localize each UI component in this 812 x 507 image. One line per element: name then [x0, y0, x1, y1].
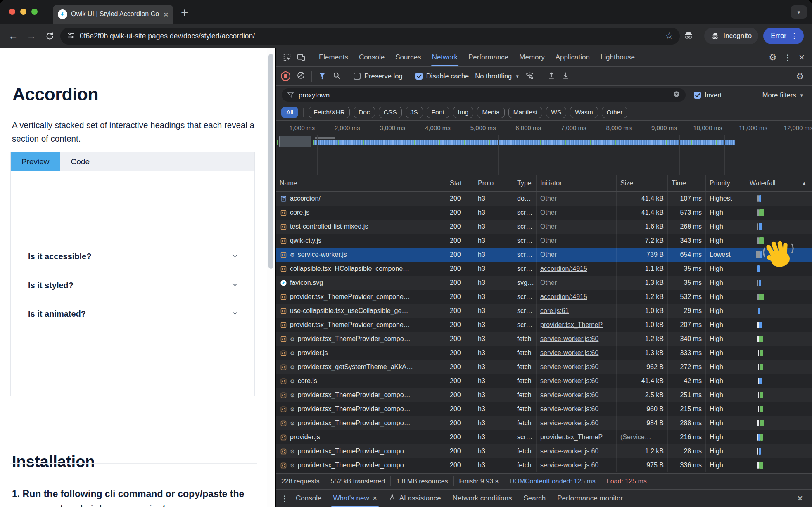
zoom-window-button[interactable] [31, 9, 38, 15]
table-row[interactable]: ⚙provider.tsx_ThemeProvider_compo…200h3f… [276, 416, 812, 430]
waterfall-divider-line[interactable] [751, 192, 751, 473]
waterfall-cell[interactable] [746, 332, 812, 346]
table-row[interactable]: ⚙provider.tsx_ThemeProvider_compo…200h3f… [276, 402, 812, 416]
table-row[interactable]: ⚙core.js200h3fetchservice-worker.js:6041… [276, 374, 812, 388]
column-header-priority[interactable]: Priority [706, 175, 746, 191]
column-header-size[interactable]: Size [617, 175, 668, 191]
devtools-tab-application[interactable]: Application [550, 48, 595, 66]
request-name-cell[interactable]: provider.tsx_ThemeProvider_compone… [276, 318, 446, 332]
initiator-link[interactable]: service-worker.js:60 [540, 405, 598, 413]
page-scrollbar-thumb[interactable] [268, 54, 273, 269]
forward-icon[interactable]: → [24, 28, 39, 43]
drawer-menu-kebab-icon[interactable]: ⋮ [279, 494, 290, 503]
waterfall-cell[interactable] [746, 346, 812, 360]
preserve-log-toggle[interactable]: Preserve log [354, 72, 403, 80]
initiator-cell[interactable]: service-worker.js:60 [537, 374, 617, 388]
request-name-cell[interactable]: favicon.svg [276, 276, 446, 290]
throttling-select[interactable]: No throttling ▾ [475, 72, 519, 80]
initiator-cell[interactable]: service-worker.js:60 [537, 458, 617, 472]
more-filters-dropdown[interactable]: More filters ▾ [762, 91, 806, 99]
initiator-link[interactable]: accordion/:4915 [540, 293, 587, 301]
devtools-tab-console[interactable]: Console [354, 48, 390, 66]
error-button[interactable]: Error ⋮ [763, 28, 804, 44]
table-row[interactable]: ⚙provider.tsx_ThemeProvider_compo…200h3f… [276, 332, 812, 346]
filter-chip-manifest[interactable]: Manifest [508, 107, 543, 118]
waterfall-cell[interactable] [746, 458, 812, 472]
request-name-cell[interactable]: ⚙core.js [276, 374, 446, 388]
initiator-cell[interactable]: service-worker.js:60 [537, 444, 617, 458]
tab-close-icon[interactable]: × [164, 10, 169, 19]
site-settings-icon[interactable] [67, 31, 75, 41]
drawer-close-icon[interactable]: × [797, 493, 809, 503]
request-name-cell[interactable]: ⚙provider.tsx_ThemeProvider_compo… [276, 402, 446, 416]
request-name-cell[interactable]: qwik-city.js [276, 234, 446, 248]
initiator-link[interactable]: provider.tsx_ThemeP [540, 434, 603, 441]
export-har-icon[interactable] [562, 71, 570, 81]
filter-chip-ws[interactable]: WS [546, 107, 566, 118]
initiator-cell[interactable]: accordion/:4915 [537, 290, 617, 304]
devtools-close-icon[interactable]: × [795, 52, 808, 62]
table-row[interactable]: provider.tsx_ThemeProvider_compone…200h3… [276, 290, 812, 304]
initiator-cell[interactable]: service-worker.js:60 [537, 416, 617, 430]
record-network-log-icon[interactable] [281, 71, 290, 81]
request-name-cell[interactable]: core.js [276, 206, 446, 220]
browser-tab[interactable]: Qwik UI | Styled Accordion Co × [53, 5, 173, 24]
table-row[interactable]: use-collapsible.tsx_useCollapsible_ge…20… [276, 304, 812, 318]
table-row[interactable]: ⚙provider.tsx_ThemeProvider_compo…200h3f… [276, 458, 812, 472]
drawer-tab-performance-monitor[interactable]: Performance monitor [551, 490, 629, 507]
devtools-tab-lighthouse[interactable]: Lighthouse [595, 48, 640, 66]
drawer-tab-network-conditions[interactable]: Network conditions [447, 490, 518, 507]
request-name-cell[interactable]: provider.js [276, 430, 446, 444]
initiator-link[interactable]: service-worker.js:60 [540, 391, 598, 399]
incognito-badge[interactable]: Incognito [704, 28, 758, 44]
waterfall-cell[interactable] [746, 430, 812, 444]
filter-query-text[interactable]: proxytown [299, 91, 668, 99]
initiator-link[interactable]: core.js:61 [540, 307, 569, 315]
tab-preview[interactable]: Preview [11, 152, 60, 171]
filter-chip-all[interactable]: All [281, 107, 298, 118]
waterfall-cell[interactable] [746, 290, 812, 304]
disable-cache-toggle[interactable]: Disable cache [415, 72, 469, 80]
network-conditions-icon[interactable] [525, 71, 534, 82]
drawer-tab-what-s-new[interactable]: What's new× [327, 490, 382, 507]
request-name-cell[interactable]: collapsible.tsx_HCollapsible_compone… [276, 262, 446, 276]
drawer-tab-ai-assistance[interactable]: AI assistance [383, 490, 447, 507]
initiator-cell[interactable]: provider.tsx_ThemeP [537, 318, 617, 332]
tab-search-chevron-icon[interactable]: ▾ [791, 5, 807, 19]
table-row[interactable]: ⚙service-worker.js200h3scr…Other739 B654… [276, 248, 812, 262]
request-name-cell[interactable]: ⚙provider.tsx_ThemeProvider_compo… [276, 458, 446, 472]
table-row[interactable]: provider.js200h3scr…provider.tsx_ThemeP(… [276, 430, 812, 444]
settings-gear-icon[interactable]: ⚙ [766, 51, 780, 64]
invert-checkbox[interactable] [694, 92, 701, 99]
url-text[interactable]: 0f6e2f0b.qwik-ui-site.pages.dev/docs/sty… [80, 32, 660, 40]
filter-chip-js[interactable]: JS [406, 107, 423, 118]
waterfall-cell[interactable] [746, 374, 812, 388]
initiator-link[interactable]: provider.tsx_ThemeP [540, 321, 603, 329]
initiator-cell[interactable]: accordion/:4915 [537, 262, 617, 276]
request-name-cell[interactable]: ⚙provider.js [276, 346, 446, 360]
search-icon[interactable] [332, 71, 341, 81]
initiator-link[interactable]: service-worker.js:60 [540, 462, 598, 469]
initiator-cell[interactable]: service-worker.js:60 [537, 360, 617, 374]
table-row[interactable]: ⚙provider.tsx_getSystemTheme_aKkA…200h3f… [276, 360, 812, 374]
clear-filter-icon[interactable] [673, 90, 680, 100]
waterfall-cell[interactable] [746, 234, 812, 248]
initiator-link[interactable]: service-worker.js:60 [540, 448, 598, 455]
incognito-avatar-icon[interactable] [683, 30, 694, 42]
drawer-tab-search[interactable]: Search [518, 490, 551, 507]
initiator-cell[interactable]: core.js:61 [537, 304, 617, 318]
tab-code[interactable]: Code [60, 152, 100, 171]
table-row[interactable]: core.js200h3scr…Other41.4 kB573 msHigh [276, 206, 812, 220]
inspect-element-icon[interactable] [280, 51, 294, 64]
initiator-cell[interactable]: service-worker.js:60 [537, 402, 617, 416]
request-name-cell[interactable]: accordion/ [276, 192, 446, 206]
table-row[interactable]: ⚙provider.tsx_ThemeProvider_compo…200h3f… [276, 388, 812, 402]
table-row[interactable]: favicon.svg200h3svg…Other1.3 kB35 msHigh [276, 276, 812, 290]
waterfall-cell[interactable] [746, 444, 812, 458]
waterfall-cell[interactable] [746, 304, 812, 318]
filter-chip-media[interactable]: Media [477, 107, 504, 118]
accordion-trigger[interactable]: Is it accessible? [28, 248, 239, 265]
initiator-link[interactable]: service-worker.js:60 [540, 363, 598, 371]
filter-chip-img[interactable]: Img [453, 107, 474, 118]
table-row[interactable]: provider.tsx_ThemeProvider_compone…200h3… [276, 318, 812, 332]
